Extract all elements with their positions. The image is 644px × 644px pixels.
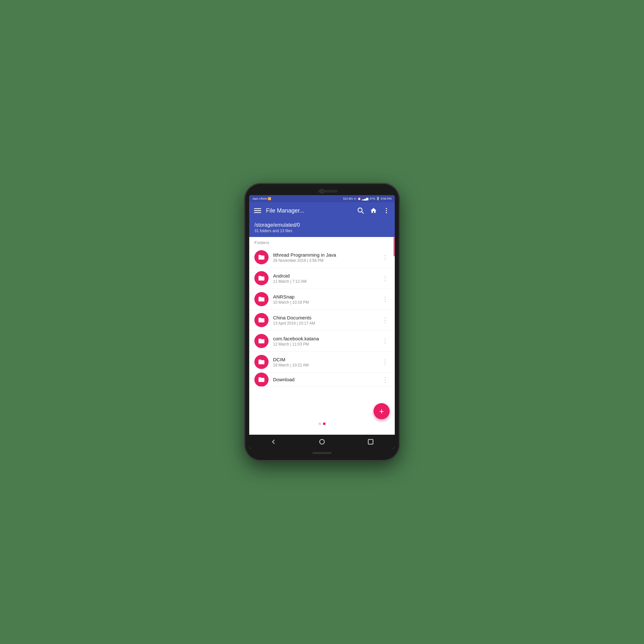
folder-icon-2 <box>254 292 269 306</box>
bottom-nav <box>249 435 395 449</box>
list-item[interactable]: DCIM 18 March | 10:21 AM ⋮ <box>249 352 395 373</box>
bottom-bar-indicator <box>312 452 332 454</box>
folder-date-0: 26 November 2019 | 3:58 PM <box>273 258 381 263</box>
current-path: /storage/emulated/0 <box>254 222 390 228</box>
home-button[interactable] <box>369 206 378 215</box>
recent-nav-button[interactable] <box>366 437 375 446</box>
folder-icon-0 <box>254 250 269 264</box>
wifi-icon: ⊙ <box>354 197 356 200</box>
phone-screen: Jazz Ufone 📶 522 B/s ⊙ ⏰ ▂▄▆ 37% 🔋 9:50 … <box>249 195 395 449</box>
list-item[interactable]: Android 11 March | 7:12 AM ⋮ <box>249 268 395 289</box>
svg-rect-2 <box>254 212 261 213</box>
folder-info-3: China Documents 13 April 2019 | 10:17 AM <box>273 315 381 326</box>
svg-point-6 <box>386 210 387 211</box>
svg-rect-9 <box>368 440 373 444</box>
svg-point-8 <box>320 440 325 444</box>
time-text: 9:50 PM <box>381 197 392 200</box>
folder-info-4: com.facebook.katana 12 March | 11:03 PM <box>273 336 381 346</box>
list-item[interactable]: com.facebook.katana 12 March | 11:03 PM … <box>249 331 395 352</box>
folder-name-4: com.facebook.katana <box>273 336 381 341</box>
more-icon-3[interactable]: ⋮ <box>381 315 390 325</box>
menu-button[interactable] <box>253 206 262 215</box>
folder-info-2: ANRSnap 10 March | 10:18 PM <box>273 294 381 305</box>
path-bar: /storage/emulated/0 31 folders and 13 fi… <box>249 219 395 237</box>
folder-name-6: Download <box>273 377 381 382</box>
app-title: File Manager... <box>266 207 352 214</box>
list-item[interactable]: Download ⋮ <box>249 373 395 387</box>
folder-info-5: DCIM 18 March | 10:21 AM <box>273 357 381 367</box>
folder-info-0: tithread Programming in Java 26 November… <box>273 252 381 263</box>
svg-rect-1 <box>254 210 261 211</box>
home-nav-button[interactable] <box>317 437 327 446</box>
back-nav-button[interactable] <box>269 437 278 446</box>
list-item[interactable]: tithread Programming in Java 26 November… <box>249 247 395 268</box>
nav-dots <box>318 422 326 425</box>
content-area: Folders tithread Programming in Java 26 … <box>249 237 395 435</box>
folder-name-0: tithread Programming in Java <box>273 252 381 258</box>
more-icon-6[interactable]: ⋮ <box>381 374 390 385</box>
svg-point-3 <box>358 208 362 212</box>
folder-date-5: 18 March | 10:21 AM <box>273 363 381 367</box>
section-folders-header: Folders <box>249 237 395 247</box>
phone-top-bezel <box>249 188 395 195</box>
svg-line-4 <box>362 212 364 213</box>
folder-info-6: Download <box>273 377 381 382</box>
fab-button[interactable]: + <box>374 403 390 419</box>
phone-device: Jazz Ufone 📶 522 B/s ⊙ ⏰ ▂▄▆ 37% 🔋 9:50 … <box>245 184 399 460</box>
status-bar: Jazz Ufone 📶 522 B/s ⊙ ⏰ ▂▄▆ 37% 🔋 9:50 … <box>249 195 395 202</box>
dot-1 <box>318 422 321 425</box>
folder-date-3: 13 April 2019 | 10:17 AM <box>273 321 381 326</box>
dot-2 <box>323 422 326 425</box>
svg-point-7 <box>386 212 387 213</box>
folder-name-5: DCIM <box>273 357 381 362</box>
battery-icon: 🔋 <box>376 197 380 200</box>
folder-icon-4 <box>254 334 269 348</box>
alarm-icon: ⏰ <box>357 197 361 200</box>
signal-bars: ▂▄▆ <box>362 197 368 200</box>
app-bar: File Manager... <box>249 202 395 219</box>
fab-plus-icon: + <box>379 407 384 415</box>
search-button[interactable] <box>356 206 365 215</box>
folder-icon-5 <box>254 355 269 369</box>
folder-info-1: Android 11 March | 7:12 AM <box>273 273 381 284</box>
camera <box>320 189 324 194</box>
svg-point-5 <box>386 208 387 209</box>
svg-rect-0 <box>254 208 261 209</box>
path-subtitle: 31 folders and 13 files <box>254 229 390 233</box>
list-item[interactable]: China Documents 13 April 2019 | 10:17 AM… <box>249 310 395 331</box>
carrier-text: Jazz Ufone <box>252 197 267 200</box>
phone-bottom-bezel <box>249 449 395 456</box>
folder-date-4: 12 March | 11:03 PM <box>273 342 381 346</box>
folder-icon-3 <box>254 313 269 327</box>
more-icon-5[interactable]: ⋮ <box>381 357 390 367</box>
status-left: Jazz Ufone 📶 <box>252 197 271 200</box>
battery-text: 37% <box>369 197 375 200</box>
folder-icon-1 <box>254 271 269 285</box>
status-right: 522 B/s ⊙ ⏰ ▂▄▆ 37% 🔋 9:50 PM <box>343 197 392 200</box>
more-icon-0[interactable]: ⋮ <box>381 252 390 262</box>
folder-date-1: 11 March | 7:12 AM <box>273 279 381 284</box>
folder-icon-6 <box>254 373 269 387</box>
more-button[interactable] <box>382 206 391 215</box>
folder-date-2: 10 March | 10:18 PM <box>273 300 381 305</box>
more-icon-2[interactable]: ⋮ <box>381 294 390 304</box>
more-icon-4[interactable]: ⋮ <box>381 336 390 346</box>
folder-name-2: ANRSnap <box>273 294 381 299</box>
folder-name-1: Android <box>273 273 381 279</box>
signal-icon: 📶 <box>268 197 271 200</box>
folder-name-3: China Documents <box>273 315 381 320</box>
more-icon-1[interactable]: ⋮ <box>381 273 390 283</box>
folder-list: tithread Programming in Java 26 November… <box>249 247 395 387</box>
list-item[interactable]: ANRSnap 10 March | 10:18 PM ⋮ <box>249 289 395 310</box>
speed-text: 522 B/s <box>343 197 353 200</box>
